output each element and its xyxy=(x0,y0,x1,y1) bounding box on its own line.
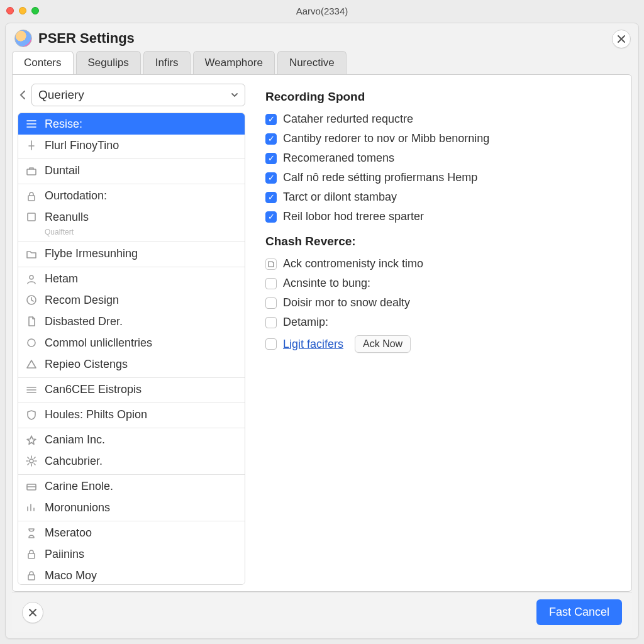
bars-icon xyxy=(26,384,38,396)
tree-item[interactable]: Can6CEE Eistropis xyxy=(18,377,245,400)
tree-item[interactable]: Maco Moy xyxy=(18,565,245,585)
menu-icon xyxy=(26,118,38,130)
tree-item-label: Hetam xyxy=(45,272,78,286)
traffic-zoom-icon[interactable] xyxy=(31,7,39,14)
doc-icon xyxy=(26,316,37,327)
filter-row: Queriery xyxy=(13,84,250,113)
tree-item-label: Flurl FinoyTino xyxy=(45,139,119,152)
square-icon xyxy=(26,211,38,223)
tree-item[interactable]: Paiinins xyxy=(18,543,245,565)
tree-item[interactable]: Repieo Cistengs xyxy=(18,353,245,375)
chevron-down-icon xyxy=(231,92,238,98)
section-title-chash: Chash Reverce: xyxy=(265,235,616,248)
tree-item[interactable]: Mseratoo xyxy=(18,521,245,543)
chash-options: Ack contromenisty inck timoAcnsinte to b… xyxy=(265,257,616,353)
tree-item-label: Disbasted Drer. xyxy=(45,315,123,328)
lock-icon xyxy=(26,570,38,581)
tree-item[interactable]: Resise: xyxy=(18,113,245,135)
option-row: ✓Cataher redurted requctre xyxy=(265,113,616,126)
briefcase-icon xyxy=(26,165,37,177)
tree-item-label: Recom Design xyxy=(45,294,119,307)
pin-icon xyxy=(26,140,37,151)
circle-icon xyxy=(26,337,37,348)
tree-item[interactable]: Houles: Philts Opion xyxy=(18,402,245,425)
checkbox[interactable]: ✓ xyxy=(265,114,277,125)
option-row: ✓Cantiby redorer to nov or Mibb benornin… xyxy=(265,132,616,145)
tree-item-label: Reanulls xyxy=(45,211,89,224)
svg-rect-2 xyxy=(28,213,35,221)
tab-infirs[interactable]: Infirs xyxy=(143,51,191,74)
tab-conters[interactable]: Conters xyxy=(12,51,74,74)
tree-item[interactable]: Hetam xyxy=(18,267,245,289)
option-label: Doisir mor to snow dealty xyxy=(283,296,410,309)
traffic-minimize-icon[interactable] xyxy=(19,7,26,14)
close-button[interactable] xyxy=(612,30,631,48)
tree-item[interactable]: Flurl FinoyTino xyxy=(18,135,245,156)
tree-item-label: Repieo Cistengs xyxy=(45,358,128,371)
back-button[interactable] xyxy=(18,90,28,100)
tree-item[interactable]: Moronunions xyxy=(18,497,245,518)
category-tree[interactable]: Resise:Flurl FinoyTinoDuntailOurtodation… xyxy=(18,113,245,585)
circle-icon xyxy=(26,337,38,348)
option-row: ✓Calf nô rede sétting profiermans Hemp xyxy=(265,171,616,184)
folder-icon xyxy=(26,248,38,260)
filter-combobox[interactable]: Queriery xyxy=(31,84,245,106)
chart-icon xyxy=(26,502,37,513)
lock-icon xyxy=(26,548,38,560)
tree-item-label: Resise: xyxy=(45,118,82,131)
settings-window: PSER Settings ContersSegulipsInfirsWeamp… xyxy=(5,23,639,639)
tree-item[interactable]: Reanulls xyxy=(18,206,245,228)
svg-point-6 xyxy=(30,459,33,463)
tree-item[interactable]: Commol unlicllentries xyxy=(18,332,245,353)
lock-icon xyxy=(26,548,37,560)
primary-action-button[interactable]: Fast Cancel xyxy=(536,599,622,625)
tab-weamphore[interactable]: Weamphore xyxy=(193,51,275,74)
tree-item[interactable]: Caniam Inc. xyxy=(18,428,245,450)
option-link[interactable]: Ligit facifers xyxy=(283,338,343,351)
tree-item[interactable]: Duntail xyxy=(18,158,245,181)
footer-close-button[interactable] xyxy=(22,602,43,623)
option-label: Calf nô rede sétting profiermans Hemp xyxy=(283,171,477,184)
hourglass-icon xyxy=(26,528,37,539)
option-label: Tarct or dilont stambay xyxy=(283,191,397,204)
sidebar: Queriery Resise:Flurl FinoyTinoDuntailOu… xyxy=(13,75,250,591)
tree-item[interactable]: Ourtodation: xyxy=(18,184,245,206)
lock-icon xyxy=(26,191,37,202)
tree-item-label: Moronunions xyxy=(45,501,110,514)
checkbox[interactable]: ✓ xyxy=(265,172,277,184)
tree-item[interactable]: Carine Enole. xyxy=(18,474,245,497)
tree-item[interactable]: Recom Design xyxy=(18,289,245,311)
checkbox[interactable] xyxy=(265,338,277,350)
chevron-left-icon xyxy=(19,90,26,100)
clock-icon xyxy=(26,294,38,306)
svg-point-3 xyxy=(30,275,33,279)
tab-segulips[interactable]: Segulips xyxy=(76,51,141,74)
checkbox[interactable]: ✓ xyxy=(265,153,277,164)
checkbox[interactable]: ✓ xyxy=(265,133,277,145)
checkbox[interactable] xyxy=(265,278,277,289)
tree-item[interactable]: Disbasted Drer. xyxy=(18,311,245,332)
card-icon xyxy=(26,481,38,492)
bars-icon xyxy=(26,384,37,396)
lock-icon xyxy=(26,570,37,581)
checkbox[interactable] xyxy=(265,317,277,328)
tree-item[interactable]: Flybe Irmesunhing xyxy=(18,242,245,264)
window-header: PSER Settings xyxy=(6,23,638,51)
option-label: Reil lobor hod treree sparter xyxy=(283,210,424,223)
tree-item-label: Paiinins xyxy=(45,548,84,561)
checkbox[interactable]: ✓ xyxy=(265,211,277,223)
svg-rect-0 xyxy=(27,169,36,175)
tree-item-label: Mseratoo xyxy=(45,526,92,540)
traffic-close-icon[interactable] xyxy=(6,7,14,14)
save-icon[interactable] xyxy=(265,258,277,270)
menu-icon xyxy=(26,118,37,130)
tree-item[interactable]: Cahcubrier. xyxy=(18,450,245,472)
tree-item-label: Cahcubrier. xyxy=(45,455,103,468)
tab-nurective[interactable]: Nurective xyxy=(277,51,347,74)
option-label: Cataher redurted requctre xyxy=(283,113,413,126)
checkbox[interactable]: ✓ xyxy=(265,192,277,203)
window-title: PSER Settings xyxy=(38,30,135,47)
tree-item-label: Duntail xyxy=(45,164,80,177)
checkbox[interactable] xyxy=(265,297,277,309)
ack-now-button[interactable]: Ack Now xyxy=(355,335,411,353)
